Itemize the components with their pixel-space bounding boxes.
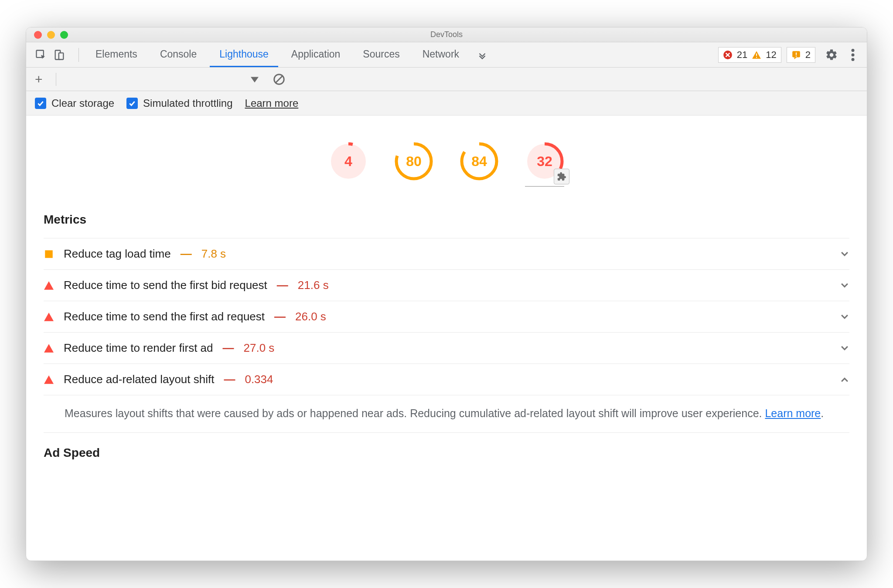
- metric-row[interactable]: Reduce time to send the first ad request…: [44, 301, 849, 332]
- metric-dash: —: [224, 373, 235, 386]
- metrics-heading: Metrics: [44, 200, 849, 238]
- svg-rect-4: [756, 53, 757, 56]
- error-count: 21: [737, 49, 747, 61]
- chevron-down-icon: [840, 249, 849, 259]
- issues-count: 2: [805, 49, 811, 61]
- triangle-icon: [44, 344, 54, 353]
- console-errors-warnings[interactable]: 21 12: [718, 47, 781, 63]
- warning-icon: [752, 50, 761, 60]
- tab-sources[interactable]: Sources: [353, 42, 409, 67]
- dropdown-caret-icon[interactable]: [251, 75, 259, 83]
- svg-rect-5: [756, 57, 757, 58]
- minimize-window-button[interactable]: [47, 31, 55, 39]
- chevron-down-icon: [840, 343, 849, 353]
- detail-learn-more-link[interactable]: Learn more: [765, 407, 821, 419]
- triangle-icon: [44, 313, 54, 321]
- devtools-window: DevTools ElementsConsoleLighthouseApplic…: [26, 27, 867, 561]
- maximize-window-button[interactable]: [60, 31, 68, 39]
- svg-rect-21: [45, 250, 53, 258]
- extension-icon: [554, 169, 569, 184]
- divider: [78, 48, 79, 62]
- issues-badge[interactable]: 2: [787, 47, 815, 63]
- metric-label: Reduce time to send the first ad request: [64, 310, 265, 323]
- panel-tabs: ElementsConsoleLighthouseApplicationSour…: [86, 42, 469, 67]
- svg-rect-8: [796, 55, 797, 56]
- metric-label: Reduce tag load time: [64, 247, 171, 261]
- tab-network[interactable]: Network: [413, 42, 469, 67]
- window-title: DevTools: [26, 30, 867, 39]
- new-report-button[interactable]: +: [32, 72, 45, 87]
- metric-row[interactable]: Reduce ad-related layout shift — 0.334: [44, 364, 849, 395]
- more-tabs-icon[interactable]: [471, 49, 493, 61]
- metric-dash: —: [223, 341, 234, 355]
- svg-point-10: [852, 53, 855, 56]
- metric-value: 7.8 s: [201, 247, 226, 261]
- clear-icon[interactable]: [265, 73, 286, 86]
- svg-point-11: [852, 58, 855, 61]
- triangle-icon: [44, 281, 54, 290]
- triangle-icon: [44, 375, 54, 384]
- score-gauges: 4 80 84 32: [26, 116, 867, 200]
- chevron-down-icon: [840, 312, 849, 322]
- metric-dash: —: [274, 310, 286, 323]
- score-gauge[interactable]: 4: [329, 142, 368, 181]
- settings-row: Clear storage Simulated throttling Learn…: [26, 91, 867, 116]
- divider: [56, 73, 56, 86]
- metric-label: Reduce time to send the first bid reques…: [64, 279, 267, 292]
- clear-storage-label: Clear storage: [51, 97, 114, 109]
- score-gauge[interactable]: 84: [460, 142, 499, 181]
- score-gauge[interactable]: 80: [394, 142, 433, 181]
- svg-point-9: [852, 49, 855, 52]
- lighthouse-toolbar: +: [26, 68, 867, 91]
- metric-value: 26.0 s: [295, 310, 326, 323]
- metric-row[interactable]: Reduce time to send the first bid reques…: [44, 269, 849, 301]
- svg-rect-7: [796, 52, 797, 55]
- square-icon: [44, 250, 54, 258]
- status-badges: 21 12 2: [718, 47, 862, 63]
- settings-icon[interactable]: [821, 48, 842, 61]
- warning-count: 12: [766, 49, 776, 61]
- error-icon: [723, 50, 733, 60]
- svg-rect-2: [59, 53, 64, 59]
- report-content: Metrics Reduce tag load time — 7.8 s Red…: [26, 200, 867, 471]
- close-window-button[interactable]: [34, 31, 42, 39]
- checkbox-checked-icon: [35, 98, 46, 109]
- chevron-down-icon: [840, 281, 849, 290]
- inspect-element-icon[interactable]: [35, 49, 47, 61]
- ad-speed-heading: Ad Speed: [44, 433, 849, 471]
- issues-icon: [791, 50, 801, 60]
- metric-value: 27.0 s: [244, 341, 275, 355]
- more-options-icon[interactable]: [848, 49, 858, 61]
- learn-more-link[interactable]: Learn more: [245, 97, 299, 109]
- clear-storage-checkbox[interactable]: Clear storage: [35, 97, 114, 109]
- tab-lighthouse[interactable]: Lighthouse: [210, 42, 278, 67]
- metric-row[interactable]: Reduce time to render first ad — 27.0 s: [44, 332, 849, 364]
- metric-detail: Measures layout shifts that were caused …: [44, 395, 849, 433]
- titlebar: DevTools: [26, 27, 867, 42]
- detail-text: Measures layout shifts that were caused …: [65, 407, 765, 419]
- chevron-up-icon: [840, 375, 849, 384]
- window-controls: [26, 31, 68, 39]
- metric-label: Reduce time to render first ad: [64, 341, 213, 355]
- simulated-throttling-label: Simulated throttling: [143, 97, 232, 109]
- metric-label: Reduce ad-related layout shift: [64, 373, 214, 386]
- metric-row[interactable]: Reduce tag load time — 7.8 s: [44, 238, 849, 269]
- detail-suffix: .: [821, 407, 824, 419]
- metric-dash: —: [277, 279, 288, 292]
- simulated-throttling-checkbox[interactable]: Simulated throttling: [126, 97, 232, 109]
- metric-value: 0.334: [245, 373, 273, 386]
- tab-elements[interactable]: Elements: [86, 42, 147, 67]
- tabstrip: ElementsConsoleLighthouseApplicationSour…: [26, 42, 867, 68]
- tab-console[interactable]: Console: [150, 42, 206, 67]
- metric-value: 21.6 s: [298, 279, 329, 292]
- checkbox-checked-icon: [126, 98, 138, 109]
- metric-dash: —: [181, 247, 192, 261]
- tab-application[interactable]: Application: [282, 42, 350, 67]
- score-gauge[interactable]: 32: [525, 142, 564, 181]
- device-toolbar-icon[interactable]: [53, 49, 65, 61]
